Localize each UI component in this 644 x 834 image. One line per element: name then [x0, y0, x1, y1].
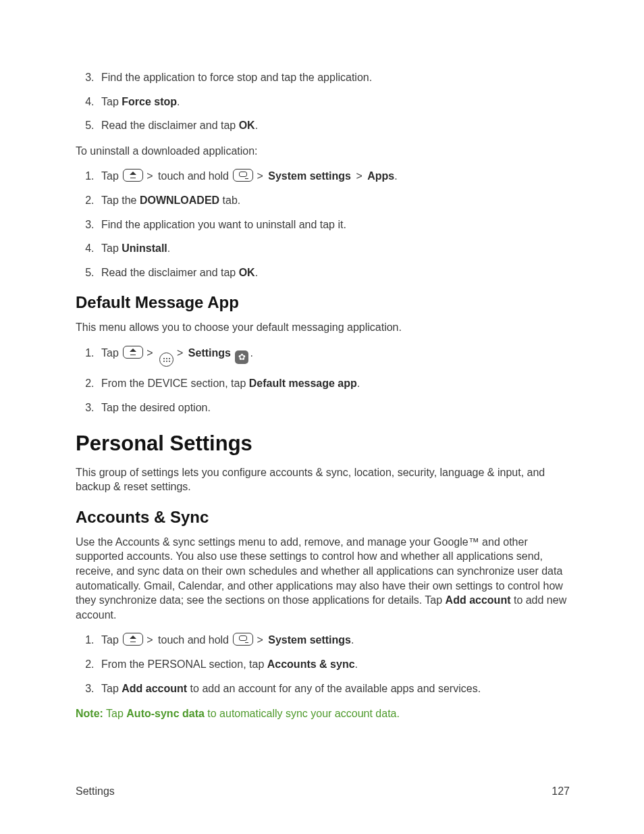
step-text: Tap	[101, 170, 122, 182]
step-text: .	[355, 658, 358, 670]
accounts-sync-label: Accounts & sync	[267, 658, 355, 670]
footer-section: Settings	[76, 785, 115, 798]
home-icon	[123, 346, 143, 359]
breadcrumb-sep: >	[146, 170, 153, 182]
ok-label: OK	[239, 120, 255, 131]
recent-icon	[233, 633, 253, 646]
system-settings-label: System settings	[268, 170, 351, 182]
step-text: Find the application you want to uninsta…	[101, 219, 346, 230]
list-item: Find the application you want to uninsta…	[97, 217, 570, 232]
step-text: Read the disclaimer and tap	[101, 267, 239, 278]
home-icon	[123, 633, 143, 646]
step-text: .	[255, 120, 258, 131]
accounts-steps: Tap > touch and hold > System settings. …	[76, 633, 570, 696]
step-text: Tap	[101, 347, 122, 359]
apps-icon	[159, 353, 173, 367]
step-text: tab.	[219, 194, 240, 206]
uninstall-intro: To uninstall a downloaded application:	[76, 144, 570, 159]
breadcrumb-sep: >	[356, 170, 362, 182]
recent-icon	[233, 169, 253, 182]
heading-personal-settings: Personal Settings	[76, 432, 570, 456]
gear-icon: ✿	[235, 350, 248, 364]
list-item: Tap Add account to add an account for an…	[97, 681, 570, 696]
step-text: Tap	[101, 683, 122, 694]
step-text: From the PERSONAL section, tap	[101, 658, 267, 670]
list-item: Find the application to force stop and t…	[97, 70, 570, 85]
step-text: Tap the desired option.	[101, 402, 211, 413]
step-text: touch and hold	[155, 634, 232, 646]
ok-label: OK	[239, 267, 255, 278]
note: Note: Tap Auto-sync data to automaticall…	[76, 706, 570, 721]
step-text: .	[250, 347, 252, 359]
list-item: Tap > touch and hold > System settings.	[97, 633, 570, 648]
footer: Settings 127	[76, 785, 570, 798]
heading-default-message-app: Default Message App	[76, 293, 570, 312]
list-item: From the DEVICE section, tap Default mes…	[97, 376, 570, 391]
step-text: .	[177, 96, 180, 107]
note-label: Note:	[76, 708, 103, 719]
step-text: .	[255, 267, 258, 278]
note-text: Tap	[103, 708, 126, 719]
breadcrumb-sep: >	[257, 170, 263, 182]
step-text: Tap the	[101, 194, 140, 206]
default-message-app-label: Default message app	[249, 377, 357, 389]
note-text: to automatically sync your account data.	[205, 708, 400, 719]
list-item: Tap Force stop.	[97, 95, 570, 109]
downloaded-tab-label: DOWNLOADED	[140, 194, 219, 206]
list-item: Tap the DOWNLOADED tab.	[97, 193, 570, 208]
force-stop-steps-continued: Find the application to force stop and t…	[76, 70, 570, 133]
step-text: .	[357, 377, 360, 389]
settings-label: Settings	[188, 347, 231, 359]
list-item: Tap the desired option.	[97, 400, 570, 415]
dma-steps: Tap > > Settings ✿. From the DEVICE sect…	[76, 346, 570, 415]
apps-label: Apps	[367, 170, 394, 182]
list-item: From the PERSONAL section, tap Accounts …	[97, 657, 570, 672]
page-number: 127	[552, 785, 570, 798]
step-text: .	[167, 242, 170, 254]
breadcrumb-sep: >	[257, 634, 263, 646]
breadcrumb-sep: >	[146, 347, 153, 359]
heading-accounts-sync: Accounts & Sync	[76, 508, 570, 527]
page: Find the application to force stop and t…	[0, 0, 644, 834]
step-text: to add an account for any of the availab…	[187, 683, 481, 694]
uninstall-label: Uninstall	[122, 242, 167, 254]
step-text: From the DEVICE section, tap	[101, 377, 249, 389]
step-text: Find the application to force stop and t…	[101, 72, 372, 83]
step-text: Tap	[101, 634, 122, 646]
personal-intro: This group of settings lets you configur…	[76, 465, 570, 494]
add-account-label: Add account	[122, 683, 187, 694]
home-icon	[123, 169, 143, 182]
list-item: Tap > touch and hold > System settings >…	[97, 169, 570, 184]
accounts-intro: Use the Accounts & sync settings menu to…	[76, 535, 570, 623]
uninstall-steps: Tap > touch and hold > System settings >…	[76, 169, 570, 280]
breadcrumb-sep: >	[146, 634, 153, 646]
dma-intro: This menu allows you to choose your defa…	[76, 320, 570, 335]
step-text: Read the disclaimer and tap	[101, 120, 239, 131]
add-account-label: Add account	[446, 594, 511, 606]
auto-sync-data-label: Auto-sync data	[126, 708, 205, 719]
step-text: .	[351, 634, 354, 646]
list-item: Tap Uninstall.	[97, 241, 570, 256]
list-item: Read the disclaimer and tap OK.	[97, 118, 570, 133]
step-text: .	[394, 170, 397, 182]
list-item: Tap > > Settings ✿.	[97, 346, 570, 367]
system-settings-label: System settings	[268, 634, 351, 646]
step-text: Tap	[101, 242, 122, 254]
step-text: Tap	[101, 96, 122, 107]
list-item: Read the disclaimer and tap OK.	[97, 265, 570, 280]
step-text: touch and hold	[155, 170, 232, 182]
breadcrumb-sep: >	[177, 347, 183, 359]
force-stop-label: Force stop	[122, 96, 177, 107]
